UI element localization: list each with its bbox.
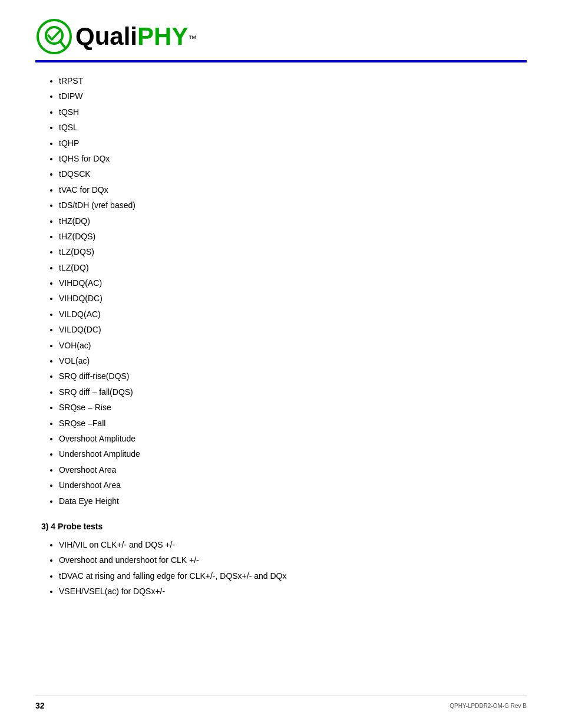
list-item: VILDQ(DC) xyxy=(59,323,521,336)
list-item: VILDQ(AC) xyxy=(59,308,521,321)
logo-tm: ™ xyxy=(188,34,196,43)
header-divider xyxy=(35,60,527,62)
list-item: tQSL xyxy=(59,121,521,134)
list-item: Undershoot Amplitude xyxy=(59,447,521,460)
list-item: SRQ diff-rise(DQS) xyxy=(59,370,521,383)
footer-doc-ref: QPHY-LPDDR2-OM-G Rev B xyxy=(449,703,527,709)
list-item: tDQSCK xyxy=(59,167,521,180)
list-item: VSEH/VSEL(ac) for DQSx+/- xyxy=(59,585,521,598)
list-item: SRQse – Rise xyxy=(59,401,521,414)
list-item: tDIPW xyxy=(59,90,521,103)
bullet-list-2: VIH/VIL on CLK+/- and DQS +/- Overshoot … xyxy=(59,538,521,598)
list-item: tQHP xyxy=(59,137,521,150)
main-content: tRPST tDIPW tQSH tQSL tQHP tQHS for DQx … xyxy=(35,74,527,598)
list-item: tVAC for DQx xyxy=(59,183,521,196)
page-container: QualiPHY™ tRPST tDIPW tQSH tQSL tQHP tQH… xyxy=(0,0,562,728)
list-item: tQSH xyxy=(59,106,521,118)
logo-phy: PHY xyxy=(137,22,188,50)
section-2-heading: 3) 4 Probe tests xyxy=(41,522,521,531)
list-item: tQHS for DQx xyxy=(59,152,521,165)
svg-line-2 xyxy=(60,41,65,47)
list-item: VIHDQ(DC) xyxy=(59,292,521,305)
bullet-list-1: tRPST tDIPW tQSH tQSL tQHP tQHS for DQx … xyxy=(59,74,521,508)
list-item: VIHDQ(AC) xyxy=(59,276,521,289)
list-item: VIH/VIL on CLK+/- and DQS +/- xyxy=(59,538,521,551)
list-item: Overshoot Area xyxy=(59,463,521,476)
list-item: tHZ(DQ) xyxy=(59,215,521,228)
header: QualiPHY™ xyxy=(35,18,527,55)
list-item: tHZ(DQS) xyxy=(59,230,521,243)
list-item: tRPST xyxy=(59,74,521,87)
list-item: VOH(ac) xyxy=(59,339,521,352)
logo-text: QualiPHY™ xyxy=(75,22,196,51)
footer-page-number: 32 xyxy=(35,701,45,710)
list-item: tLZ(DQS) xyxy=(59,245,521,258)
list-item: tDS/tDH (vref based) xyxy=(59,199,521,212)
list-item: Undershoot Area xyxy=(59,479,521,492)
logo-quali: Quali xyxy=(75,22,137,50)
list-item: SRQ diff – fall(DQS) xyxy=(59,386,521,398)
list-item: SRQse –Fall xyxy=(59,417,521,430)
footer: 32 QPHY-LPDDR2-OM-G Rev B xyxy=(35,696,527,710)
list-item: tDVAC at rising and falling edge for CLK… xyxy=(59,569,521,582)
list-item: VOL(ac) xyxy=(59,354,521,367)
list-item: Overshoot and undershoot for CLK +/- xyxy=(59,554,521,566)
logo-icon xyxy=(35,18,73,55)
list-item: Overshoot Amplitude xyxy=(59,432,521,445)
list-item: Data Eye Height xyxy=(59,495,521,508)
list-item: tLZ(DQ) xyxy=(59,261,521,274)
logo-area: QualiPHY™ xyxy=(35,18,196,55)
